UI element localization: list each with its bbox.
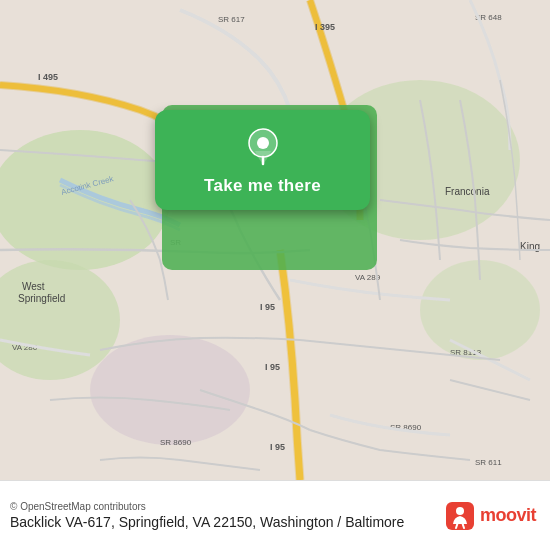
svg-text:SR 8690: SR 8690 bbox=[160, 438, 192, 447]
callout-card: Take me there bbox=[155, 110, 370, 210]
take-me-there-button[interactable]: Take me there bbox=[204, 176, 321, 196]
svg-point-29 bbox=[456, 507, 464, 515]
svg-point-27 bbox=[257, 137, 269, 149]
location-pin-icon bbox=[242, 126, 284, 168]
moovit-person-icon bbox=[446, 502, 474, 530]
moovit-logo: moovit bbox=[446, 502, 536, 530]
moovit-brand-text: moovit bbox=[480, 505, 536, 526]
svg-text:I 95: I 95 bbox=[265, 362, 280, 372]
svg-text:I 95: I 95 bbox=[260, 302, 275, 312]
svg-text:Franconia: Franconia bbox=[445, 186, 490, 197]
svg-text:West: West bbox=[22, 281, 45, 292]
osm-attribution: © OpenStreetMap contributors bbox=[10, 501, 446, 512]
map-view: I 495 I 395 I 95 I 95 I 95 SR 617 SR 648… bbox=[0, 0, 550, 480]
map-background: I 495 I 395 I 95 I 95 I 95 SR 617 SR 648… bbox=[0, 0, 550, 480]
svg-text:SR 617: SR 617 bbox=[218, 15, 245, 24]
svg-text:SR 611: SR 611 bbox=[475, 458, 502, 467]
bottom-info: © OpenStreetMap contributors Backlick VA… bbox=[10, 501, 446, 530]
svg-text:I 495: I 495 bbox=[38, 72, 58, 82]
svg-text:I 95: I 95 bbox=[270, 442, 285, 452]
svg-point-3 bbox=[90, 335, 250, 445]
location-text: Backlick VA-617, Springfield, VA 22150, … bbox=[10, 514, 446, 530]
svg-text:I 395: I 395 bbox=[315, 22, 335, 32]
bottom-bar: © OpenStreetMap contributors Backlick VA… bbox=[0, 480, 550, 550]
svg-text:Springfield: Springfield bbox=[18, 293, 65, 304]
